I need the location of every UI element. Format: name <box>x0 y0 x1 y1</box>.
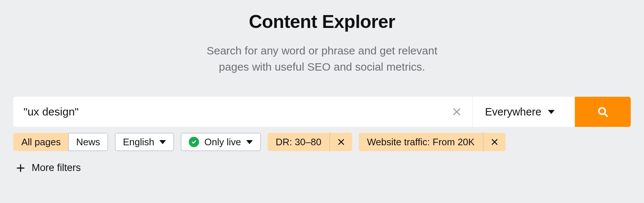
search-button[interactable] <box>575 97 631 127</box>
header: Content Explorer Search for any word or … <box>13 11 631 75</box>
close-icon <box>491 138 498 146</box>
search-input-container <box>13 97 473 127</box>
more-filters-button[interactable]: More filters <box>13 158 84 178</box>
page-title: Content Explorer <box>13 11 631 32</box>
remove-filter-button[interactable] <box>484 133 506 151</box>
plus-icon <box>16 164 25 172</box>
search-scope-select[interactable]: Everywhere <box>473 97 575 127</box>
chevron-down-icon <box>548 110 555 114</box>
chevron-down-icon <box>246 140 253 144</box>
only-live-filter[interactable]: Only live <box>181 133 261 151</box>
search-scope-label: Everywhere <box>485 106 541 118</box>
tab-news[interactable]: News <box>68 133 108 151</box>
filters-row: All pages News English Only live DR: 30–… <box>13 133 631 151</box>
search-input[interactable] <box>24 106 450 118</box>
svg-line-1 <box>605 114 607 116</box>
page-subtitle: Search for any word or phrase and get re… <box>13 43 631 75</box>
remove-filter-button[interactable] <box>330 133 352 151</box>
tab-all-pages[interactable]: All pages <box>13 133 68 151</box>
filter-chip-label: Website traffic: From 20K <box>359 133 483 151</box>
filter-chip-dr[interactable]: DR: 30–80 <box>268 133 352 151</box>
page-type-toggle: All pages News <box>13 133 108 151</box>
close-icon <box>452 107 461 116</box>
language-filter[interactable]: English <box>115 133 174 151</box>
filter-chip-label: DR: 30–80 <box>268 133 330 151</box>
chevron-down-icon <box>159 140 166 144</box>
check-circle-icon <box>189 137 199 147</box>
search-icon <box>597 106 609 118</box>
filter-chip-traffic[interactable]: Website traffic: From 20K <box>359 133 505 151</box>
close-icon <box>337 138 345 146</box>
search-bar: Everywhere <box>13 97 631 127</box>
clear-search-button[interactable] <box>450 105 463 118</box>
